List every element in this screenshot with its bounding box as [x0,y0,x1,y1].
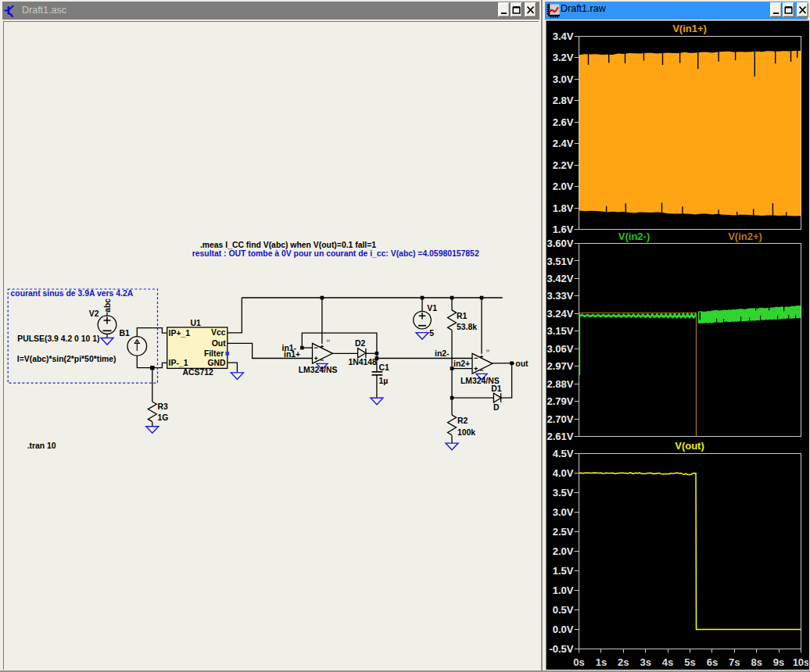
svg-text:1s: 1s [596,656,607,668]
svg-text:LM324/NS: LM324/NS [299,366,338,374]
svg-text:courant sinus de 3.9A vers 4.2: courant sinus de 3.9A vers 4.2A [11,289,134,298]
svg-text:Filter: Filter [204,349,224,358]
svg-text:PULSE(3.9 4.2 0 10 1): PULSE(3.9 4.2 0 10 1) [17,334,99,343]
svg-text:D1: D1 [491,384,502,393]
svg-text:B1: B1 [120,329,131,338]
svg-text:C1: C1 [379,363,390,372]
svg-text:V(in1+): V(in1+) [672,23,707,34]
svg-text:0.0V: 0.0V [553,624,574,635]
svg-text:2.4V: 2.4V [553,138,574,149]
svg-text:I=V(abc)*sin(2*pi*50*time): I=V(abc)*sin(2*pi*50*time) [17,355,116,363]
svg-text:0s: 0s [573,656,584,668]
svg-text:2.97V: 2.97V [547,360,574,372]
svg-text:3.51V: 3.51V [547,256,574,267]
svg-text:6s: 6s [707,656,718,668]
svg-text:4.5V: 4.5V [553,448,574,459]
svg-text:in2-: in2- [435,349,450,358]
svg-text:Vcc: Vcc [211,328,226,337]
svg-text:3.06V: 3.06V [547,343,574,355]
svg-text:1G: 1G [158,413,169,422]
svg-text:V(in2-): V(in2-) [618,231,650,242]
svg-text:GND: GND [208,359,227,367]
svg-text:R2: R2 [457,416,468,425]
svg-text:.meas I_CC find V(abc) when V(: .meas I_CC find V(abc) when V(out)=0.1 f… [200,241,376,249]
svg-text:5: 5 [429,329,434,338]
svg-text:R3: R3 [158,402,169,411]
svg-text:3.42V: 3.42V [547,273,574,284]
svg-text:0.5V: 0.5V [553,604,574,616]
svg-text:4s: 4s [662,656,673,668]
svg-text:3s: 3s [640,656,651,668]
svg-text:IP+_1: IP+_1 [169,329,191,338]
svg-text:2.61V: 2.61V [547,431,574,442]
svg-text:2s: 2s [618,656,629,668]
svg-text:1.8V: 1.8V [553,202,574,214]
svg-text:Out: Out [212,339,226,348]
svg-text:D2: D2 [355,339,366,348]
svg-text:2.88V: 2.88V [547,378,574,390]
svg-text:2.8V: 2.8V [553,95,574,106]
svg-text:1µ: 1µ [379,377,389,385]
svg-text:2.0V: 2.0V [553,181,574,192]
svg-text:7s: 7s [729,656,740,668]
svg-text:2.0V: 2.0V [553,545,574,557]
svg-text:.tran 10: .tran 10 [27,441,56,450]
svg-text:2.6V: 2.6V [553,116,574,128]
svg-text:53.8k: 53.8k [457,323,477,331]
svg-text:1.5V: 1.5V [553,565,574,577]
svg-text:3.33V: 3.33V [547,290,574,302]
svg-text:3.15V: 3.15V [547,325,574,337]
svg-text:4.0V: 4.0V [553,467,574,479]
svg-text:IP-_1: IP-_1 [169,359,188,367]
svg-text:2.2V: 2.2V [553,159,574,171]
svg-text:ACS712: ACS712 [183,368,213,377]
svg-text:3.2V: 3.2V [553,52,574,63]
svg-text:3.0V: 3.0V [553,73,574,85]
svg-text:V2: V2 [89,309,99,318]
svg-text:100k: 100k [457,428,475,437]
svg-text:-0.5V: -0.5V [549,643,573,655]
svg-text:3.0V: 3.0V [553,506,574,518]
svg-text:V(out): V(out) [675,440,704,452]
svg-text:1N4148: 1N4148 [348,358,377,366]
svg-text:9s: 9s [773,656,784,668]
svg-text:V1: V1 [427,304,437,313]
svg-text:2.70V: 2.70V [547,413,574,425]
svg-text:R1: R1 [457,312,468,320]
svg-text:3.5V: 3.5V [553,487,574,499]
svg-text:V(in2+): V(in2+) [728,231,762,242]
svg-text:8s: 8s [751,656,762,668]
svg-text:10s: 10s [793,656,808,668]
svg-text:abc: abc [103,298,112,313]
svg-text:D: D [493,403,500,412]
svg-text:in1+: in1+ [284,350,300,359]
svg-text:U1: U1 [191,319,202,327]
svg-text:3.60V: 3.60V [547,238,574,249]
svg-text:3.24V: 3.24V [547,308,574,320]
svg-text:1.0V: 1.0V [553,584,574,596]
svg-text:2.5V: 2.5V [553,526,574,538]
svg-text:1.6V: 1.6V [553,223,574,235]
svg-text:5s: 5s [684,656,695,668]
svg-text:3.4V: 3.4V [553,30,574,42]
svg-text:out: out [515,359,529,368]
svg-text:in2+: in2+ [453,359,470,368]
svg-text:resultat : OUT tombe à 0V pour: resultat : OUT tombe à 0V pour un couran… [192,249,479,258]
svg-text:2.79V: 2.79V [547,395,574,407]
